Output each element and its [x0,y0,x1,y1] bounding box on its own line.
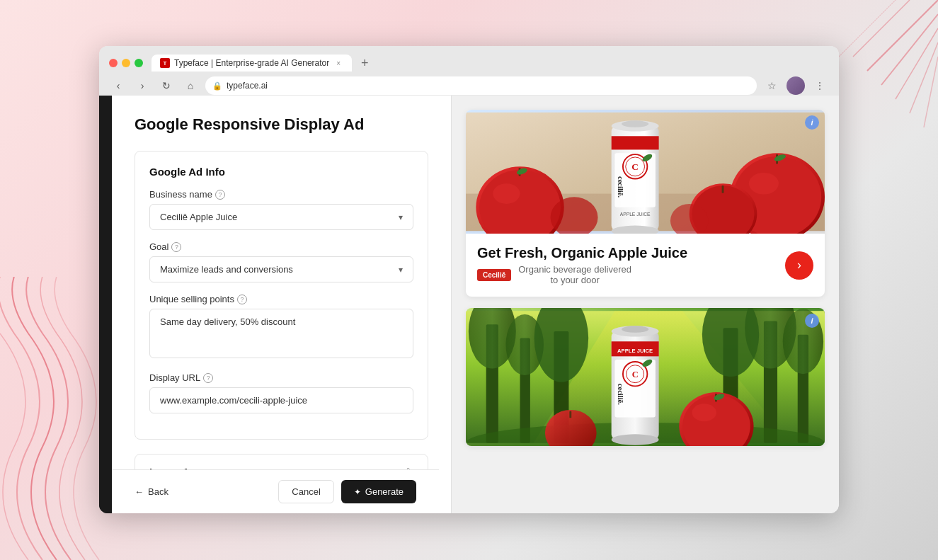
main-area: Google Responsive Display Ad Google Ad I… [112,96,839,513]
back-arrow-icon: ← [135,486,144,497]
generate-button[interactable]: ✦ Generate [341,480,416,503]
svg-rect-69 [569,411,571,418]
minimize-button[interactable] [122,59,130,67]
maximize-button[interactable] [135,59,143,67]
tab-close-button[interactable]: × [333,58,343,68]
display-url-input[interactable] [149,387,413,413]
app-content: Google Responsive Display Ad Google Ad I… [99,96,839,513]
new-tab-button[interactable]: + [355,53,374,73]
svg-text:C: C [631,161,639,172]
account-avatar[interactable] [787,76,805,95]
business-name-value: Ceciliē Apple Juice [160,212,237,222]
ad1-text: Get Fresh, Organic Apple Juice Ceciliē O… [477,245,785,285]
bottom-action-bar: ← Back Cancel ✦ Generate [112,469,439,513]
display-url-help-icon[interactable]: ? [203,373,213,383]
svg-point-61 [612,434,659,445]
window-buttons [109,59,143,67]
usp-field-group: Unique selling points ? Same day deliver… [149,294,413,361]
svg-line-6 [839,0,896,57]
ad1-product-image: C ceciliē. APPLE JUICE [466,110,825,234]
page-title: Google Responsive Display Ad [135,115,428,134]
bookmark-button[interactable]: ☆ [762,76,781,95]
address-bar[interactable]: 🔒 typeface.ai [205,76,757,95]
display-url-field-group: Display URL ? [149,372,413,413]
svg-line-1 [881,14,938,85]
goal-field-group: Goal ? Maximize leads and conversions ▾ [149,241,413,282]
typeface-favicon: T [160,58,170,68]
svg-point-65 [692,404,716,421]
usp-textarea[interactable]: Same day delivery, 50% discount [149,309,413,358]
svg-text:ceciliē.: ceciliē. [617,176,624,198]
svg-line-0 [867,0,938,71]
preview-panel: i [452,96,839,513]
action-buttons: Cancel ✦ Generate [278,480,416,503]
ad1-info-button[interactable]: i [805,115,819,130]
ssl-lock-icon: 🔒 [212,81,222,91]
sparkle-icon: ✦ [354,487,361,497]
ad1-brand-row: Ceciliē Organic beverage deliveredto you… [477,264,785,285]
business-name-help-icon[interactable]: ? [215,190,225,200]
ad1-content: Get Fresh, Organic Apple Juice Ceciliē O… [466,234,825,297]
business-name-select[interactable]: Ceciliē Apple Juice ▾ [149,204,413,230]
goal-select[interactable]: Maximize leads and conversions ▾ [149,256,413,282]
svg-text:C: C [632,370,639,379]
ad1-cta-button[interactable]: › [785,251,813,280]
svg-line-4 [924,57,938,127]
business-name-field-group: Business name ? Ceciliē Apple Juice ▾ [149,189,413,230]
chrome-bar: T Typeface | Enterprise-grade AI Generat… [99,46,839,96]
goal-value: Maximize leads and conversions [160,264,293,275]
url-text: typeface.ai [227,81,268,91]
back-nav-button[interactable]: ‹ [109,76,127,95]
ad-preview-card-1: i [466,110,825,297]
tab-bar: T Typeface | Enterprise-grade AI Generat… [151,53,374,73]
home-button[interactable]: ⌂ [181,76,200,95]
svg-rect-21 [722,185,724,193]
svg-line-3 [910,42,938,113]
ad1-brand-logo: Ceciliē [477,269,511,281]
svg-text:ceciliē.: ceciliē. [617,384,624,405]
left-sidebar [99,96,112,513]
ad1-headline: Get Fresh, Organic Apple Juice [477,245,785,261]
business-name-label: Business name ? [149,189,413,200]
ad-preview-card-2: i [466,308,825,446]
goal-chevron-icon: ▾ [399,265,403,275]
browser-window: T Typeface | Enterprise-grade AI Generat… [99,46,839,513]
tab-label: Typeface | Enterprise-grade AI Generator [174,58,329,68]
display-url-label: Display URL ? [149,372,413,383]
goal-help-icon[interactable]: ? [171,242,181,252]
browser-tab[interactable]: T Typeface | Enterprise-grade AI Generat… [151,55,352,72]
svg-text:APPLE JUICE: APPLE JUICE [617,348,653,354]
forward-nav-button[interactable]: › [133,76,151,95]
chevron-down-icon: ▾ [399,212,403,222]
usp-help-icon[interactable]: ? [237,295,247,304]
reload-button[interactable]: ↻ [157,76,176,95]
svg-rect-25 [612,136,659,149]
svg-point-53 [622,326,648,333]
svg-text:APPLE JUICE: APPLE JUICE [620,212,651,217]
ad1-description: Organic beverage deliveredto your door [518,264,631,285]
close-button[interactable] [109,59,118,67]
back-button[interactable]: ← Back [135,486,168,497]
svg-line-2 [896,28,938,99]
menu-button[interactable]: ⋮ [811,76,829,95]
address-bar-row: ‹ › ↻ ⌂ 🔒 typeface.ai ☆ ⋮ [99,76,839,96]
ad2-info-button[interactable]: i [805,314,819,328]
goal-label: Goal ? [149,241,413,252]
form-panel: Google Responsive Display Ad Google Ad I… [112,96,452,513]
usp-label: Unique selling points ? [149,294,413,304]
cancel-button[interactable]: Cancel [278,480,333,503]
svg-point-16 [749,173,779,195]
ad2-product-image: APPLE JUICE C ceciliē. [466,308,825,446]
svg-line-5 [853,0,910,57]
svg-point-24 [622,120,648,127]
google-ad-info-title: Google Ad Info [149,166,413,178]
google-ad-info-section: Google Ad Info Business name ? Ceciliē A… [135,151,428,440]
svg-point-11 [493,183,520,204]
